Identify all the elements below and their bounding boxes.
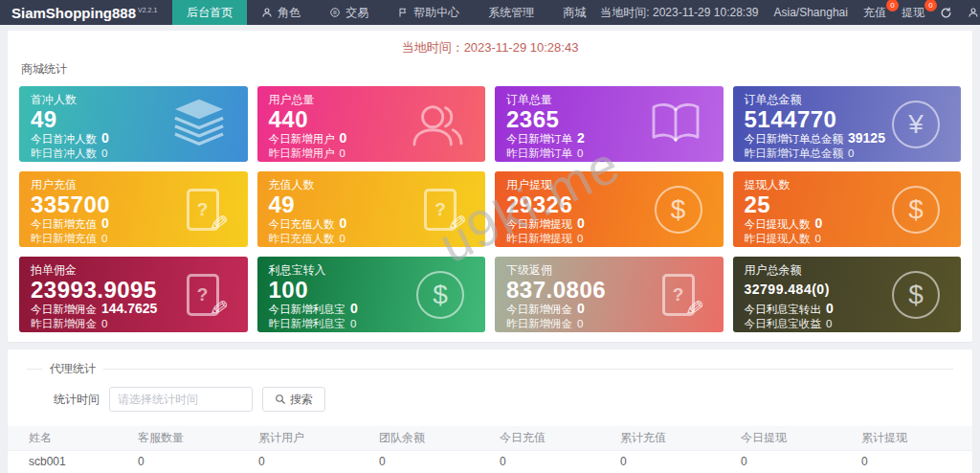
agent-table: 姓名客服数量累计用户团队余额今日充值累计充值今日提现累计提现 scb001000… bbox=[8, 426, 972, 473]
menu-item-1[interactable]: 后台首页 bbox=[172, 0, 247, 25]
top-navbar: SiamShopping888 V2.2.1 后台首页角色交易帮助中心系统管理商… bbox=[0, 0, 980, 25]
doc-icon: ?✎ bbox=[424, 189, 464, 231]
stat-card: 利息宝转入100今日新增利息宝0昨日新增利息宝0$ bbox=[257, 257, 486, 332]
agent-stats-box: 代理统计 统计时间 搜索 bbox=[27, 361, 953, 417]
doc-question-icon: ?✎ bbox=[187, 274, 219, 316]
card-yesterday-line: 今日利息宝收益0 bbox=[745, 317, 950, 331]
brand-logo[interactable]: SiamShopping888 V2.2.1 bbox=[11, 0, 157, 25]
stat-card: 用户充值335700今日新增充值0昨日新增充值0?✎ bbox=[19, 171, 248, 247]
pencil-icon: ✎ bbox=[208, 294, 230, 322]
navbar-local-time: 当地时间: 2023-11-29 10:28:39 bbox=[600, 5, 758, 21]
stat-card: 拍单佣金23993.9095今日新增佣金144.7625昨日新增佣金0?✎ bbox=[19, 257, 248, 332]
agent-table-header-row: 姓名客服数量累计用户团队余额今日充值累计充值今日提现累计提现 bbox=[8, 426, 972, 450]
table-cell: 0 bbox=[128, 450, 249, 473]
table-cell: 0 bbox=[490, 450, 611, 473]
shop-stats-title: 商城统计 bbox=[21, 61, 959, 78]
agent-name-cell: scb001 bbox=[8, 450, 128, 473]
user-icon bbox=[968, 7, 979, 18]
main-menu: 后台首页角色交易帮助中心系统管理商城 bbox=[172, 0, 600, 25]
menu-item-label: 后台首页 bbox=[187, 5, 233, 21]
menu-item-6[interactable]: 商城 bbox=[548, 0, 600, 25]
agent-stats-panel: 代理统计 统计时间 搜索 姓名客服数量累计用户团队余额今日充值累计充值今日提现累… bbox=[8, 349, 972, 473]
stat-card: 提现人数25今日提现人数0昨日提现人数0$ bbox=[733, 171, 962, 247]
timezone-label: Asia/Shanghai bbox=[774, 6, 848, 19]
stat-card: 充值人数49今日充值人数0昨日充值人数0?✎ bbox=[257, 171, 486, 247]
brand-name: SiamShopping888 bbox=[11, 5, 136, 21]
dollar-circle-icon: $ bbox=[416, 271, 464, 319]
agent-table-body: scb0010000000scb0020000000sc0030000000 bbox=[8, 450, 972, 473]
table-header-cell: 累计提现 bbox=[852, 426, 972, 450]
table-cell: 0 bbox=[611, 450, 731, 473]
card-yesterday-line: 昨日新增充值0 bbox=[31, 232, 236, 246]
card-yesterday-line: 昨日新增提现0 bbox=[506, 232, 712, 246]
pencil-icon: ✎ bbox=[208, 209, 230, 236]
shop-stats-panel: 当地时间：2023-11-29 10:28:43 商城统计 首冲人数49今日首冲… bbox=[8, 31, 972, 342]
doc-icon: ?✎ bbox=[187, 189, 227, 231]
recharge-badge: 0 bbox=[886, 0, 899, 11]
stat-card: 用户提现29326今日新增提现0昨日新增提现0$ bbox=[495, 171, 724, 247]
navbar-right: 当地时间: 2023-11-29 10:28:39 Asia/Shanghai … bbox=[600, 0, 980, 25]
search-button[interactable]: 搜索 bbox=[262, 387, 325, 412]
stat-card: 首冲人数49今日首冲人数0昨日首冲人数0 bbox=[19, 86, 248, 162]
card-yesterday-line: 昨日新增佣金0 bbox=[31, 317, 236, 331]
menu-item-2[interactable]: 角色 bbox=[247, 0, 315, 25]
local-time-line: 当地时间：2023-11-29 10:28:43 bbox=[19, 34, 961, 59]
table-header-cell: 今日提现 bbox=[731, 426, 852, 450]
dollar-icon: $ bbox=[655, 186, 702, 234]
menu-item-label: 交易 bbox=[345, 5, 368, 21]
doc-question-icon: ?✎ bbox=[424, 189, 457, 231]
layers-icon bbox=[171, 98, 227, 151]
doc-question-icon: ?✎ bbox=[662, 274, 695, 316]
card-yesterday-line: 昨日充值人数0 bbox=[269, 232, 475, 246]
filter-time-input[interactable] bbox=[109, 387, 253, 412]
flag-icon bbox=[397, 7, 409, 18]
table-row: scb0010000000 bbox=[8, 450, 972, 473]
doc-question-icon: ?✎ bbox=[187, 189, 219, 231]
card-yesterday-line: 昨日新增订单总金额0 bbox=[745, 146, 950, 161]
dollar-circle-icon: $ bbox=[892, 186, 940, 234]
person-icon bbox=[261, 7, 273, 18]
brand-version: V2.2.1 bbox=[138, 7, 157, 13]
user-menu[interactable]: admin bbox=[968, 6, 980, 19]
withdraw-notice-button[interactable]: 提现 0 bbox=[902, 5, 924, 21]
doc-icon: ?✎ bbox=[662, 274, 702, 316]
refresh-icon[interactable] bbox=[940, 7, 952, 19]
pencil-icon: ✎ bbox=[446, 209, 468, 236]
yuan-circle-icon: ¥ bbox=[892, 101, 940, 148]
table-header-cell: 累计充值 bbox=[611, 426, 731, 450]
yuan-icon: ¥ bbox=[892, 101, 940, 148]
stat-card: 用户总余额32799.484(0)今日利息宝转出0今日利息宝收益0$ bbox=[733, 257, 962, 332]
table-cell: 0 bbox=[369, 450, 490, 473]
stats-cards: 首冲人数49今日首冲人数0昨日首冲人数0用户总量440今日新增用户0昨日新增用户… bbox=[19, 86, 961, 332]
stat-card: 下级返佣837.0806今日新增佣金0昨日新增佣金0?✎ bbox=[495, 257, 724, 332]
stat-card: 订单总金额5144770今日新增订单总金额39125昨日新增订单总金额0¥ bbox=[733, 86, 962, 162]
stat-card: 订单总量2365今日新增订单2昨日新增订单0 bbox=[495, 86, 724, 162]
withdraw-badge: 0 bbox=[924, 0, 937, 11]
book-icon bbox=[649, 101, 702, 148]
table-cell: 0 bbox=[249, 450, 369, 473]
table-header-cell: 累计用户 bbox=[249, 426, 369, 450]
menu-item-label: 商城 bbox=[563, 5, 586, 21]
table-header-cell: 姓名 bbox=[8, 426, 128, 450]
menu-item-label: 角色 bbox=[278, 5, 301, 21]
dollar-circle-icon: $ bbox=[892, 271, 940, 319]
dollar-icon: $ bbox=[892, 271, 940, 319]
table-cell: 0 bbox=[852, 450, 972, 473]
dollar-icon: $ bbox=[892, 186, 940, 234]
search-icon bbox=[275, 394, 286, 405]
card-yesterday-line: 昨日新增利息宝0 bbox=[269, 317, 475, 331]
menu-item-4[interactable]: 帮助中心 bbox=[383, 0, 474, 25]
menu-item-3[interactable]: 交易 bbox=[315, 0, 383, 25]
pencil-icon: ✎ bbox=[683, 294, 705, 322]
recharge-notice-button[interactable]: 充值 0 bbox=[863, 5, 886, 21]
menu-item-5[interactable]: 系统管理 bbox=[474, 0, 548, 25]
transaction-icon bbox=[329, 7, 341, 18]
filter-time-label: 统计时间 bbox=[54, 392, 100, 408]
table-cell: 0 bbox=[731, 450, 852, 473]
card-yesterday-line: 昨日新增订单0 bbox=[506, 146, 712, 161]
users-icon bbox=[409, 99, 464, 150]
menu-item-label: 帮助中心 bbox=[413, 5, 459, 21]
agent-stats-title: 代理统计 bbox=[42, 361, 103, 377]
doc-icon: ?✎ bbox=[187, 274, 227, 316]
agent-filter-row: 统计时间 搜索 bbox=[54, 387, 953, 412]
